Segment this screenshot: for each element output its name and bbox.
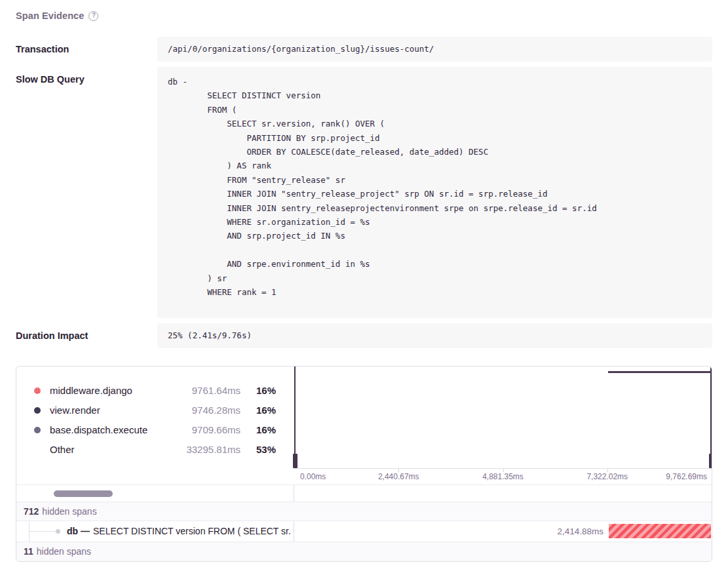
legend-row: middleware.django 9761.64ms 16%	[16, 381, 294, 401]
span-row-description-cell: db — SELECT DISTINCT version FROM ( SELE…	[16, 521, 294, 542]
legend-percent: 53%	[240, 444, 276, 455]
page-title: Span Evidence	[16, 10, 84, 21]
evidence-table: Transaction /api/0/organizations/{organi…	[16, 37, 712, 348]
span-query-text: SELECT DISTINCT version FROM ( SELECT sr…	[93, 526, 291, 536]
legend-duration: 9761.64ms	[192, 385, 240, 396]
span-op: db —	[67, 526, 90, 536]
legend-dot-base-dispatch-icon	[34, 427, 41, 433]
span-duration-bar[interactable]	[609, 524, 711, 538]
legend-row: view.render 9746.28ms 16%	[16, 401, 294, 420]
tree-scrollbar-row	[16, 485, 712, 502]
question-mark-icon[interactable]: ?	[88, 11, 98, 21]
span-waterfall: middleware.django 9761.64ms 16% view.ren…	[16, 366, 712, 562]
legend-percent: 16%	[240, 385, 276, 396]
axis-label: 2,440.67ms	[378, 472, 419, 481]
duration-impact-value: 25% (2.41s/9.76s)	[157, 323, 712, 348]
transaction-label: Transaction	[16, 37, 157, 62]
legend-name: middleware.django	[50, 385, 192, 396]
hidden-spans-count: 712	[24, 506, 39, 517]
legend-duration: 33295.81ms	[186, 444, 240, 455]
db-span-row[interactable]: db — SELECT DISTINCT version FROM ( SELE…	[16, 521, 712, 542]
tree-node-dot-icon	[56, 529, 60, 534]
hidden-spans-label: hidden spans	[42, 506, 96, 517]
tree-connector-horizontal	[29, 531, 57, 532]
hidden-spans-label: hidden spans	[37, 546, 91, 557]
hidden-spans-count: 11	[24, 546, 33, 557]
legend-name: Other	[50, 444, 186, 455]
legend-name: view.render	[50, 405, 192, 416]
section-header: Span Evidence ?	[16, 10, 712, 21]
axis-label: 0.00ms	[300, 472, 326, 481]
timeline-minimap: 0.00ms 2,440.67ms 4,881.35ms 7,322.02ms …	[294, 367, 712, 485]
slow-db-query-label: Slow DB Query	[16, 67, 157, 318]
legend-dot-middleware-django-icon	[34, 387, 41, 394]
legend-percent: 16%	[240, 405, 276, 416]
scrollbar-row-right	[294, 485, 712, 502]
minimap-left-grip[interactable]	[293, 454, 297, 468]
span-legend: middleware.django 9761.64ms 16% view.ren…	[16, 367, 294, 485]
span-row-timeline-cell: 2,414.88ms	[294, 521, 712, 542]
hidden-spans-above-row[interactable]: 712 hidden spans	[16, 502, 712, 521]
hidden-spans-below-row[interactable]: 11 hidden spans	[16, 542, 712, 561]
legend-row: Other 33295.81ms 53%	[16, 440, 294, 460]
minimap-right-grip[interactable]	[709, 454, 713, 468]
minimap-span-bar	[608, 371, 712, 373]
span-duration-label: 2,414.88ms	[557, 526, 603, 536]
minimap-right-handle[interactable]	[710, 367, 712, 468]
minimap-left-handle[interactable]	[294, 367, 296, 468]
slow-db-query-value: db - SELECT DISTINCT version FROM ( SELE…	[157, 67, 712, 318]
legend-dot-view-render-icon	[34, 407, 41, 414]
axis-label: 4,881.35ms	[482, 472, 524, 481]
transaction-value: /api/0/organizations/{organization_slug}…	[157, 37, 712, 62]
waterfall-header: middleware.django 9761.64ms 16% view.ren…	[16, 367, 712, 485]
scrollbar-thumb[interactable]	[54, 490, 113, 497]
time-axis: 0.00ms 2,440.67ms 4,881.35ms 7,322.02ms …	[294, 468, 712, 485]
legend-percent: 16%	[240, 424, 276, 435]
axis-label: 9,762.69ms	[666, 472, 707, 481]
minimap-viewport	[294, 367, 712, 468]
horizontal-scrollbar[interactable]	[16, 485, 294, 502]
axis-label: 7,322.02ms	[586, 472, 628, 481]
sql-query-text: db - SELECT DISTINCT version FROM ( SELE…	[168, 75, 702, 300]
duration-impact-label: Duration Impact	[16, 323, 157, 348]
legend-duration: 9709.66ms	[192, 424, 240, 435]
span-description: db — SELECT DISTINCT version FROM ( SELE…	[67, 521, 291, 542]
legend-name: base.dispatch.execute	[50, 424, 192, 435]
legend-duration: 9746.28ms	[192, 405, 240, 416]
legend-row: base.dispatch.execute 9709.66ms 16%	[16, 420, 294, 440]
span-evidence-panel: Span Evidence ? Transaction /api/0/organ…	[0, 0, 728, 562]
